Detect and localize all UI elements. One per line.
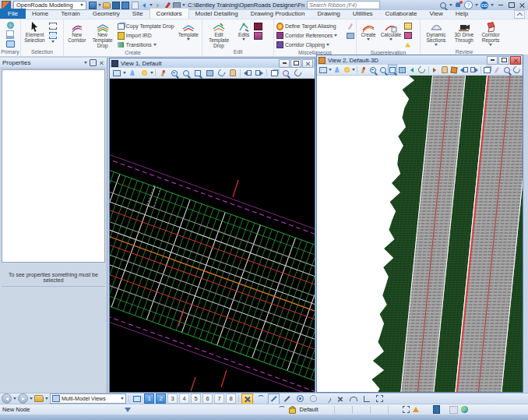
properties-panel-header[interactable]: Properties: [0, 58, 107, 69]
clip-mask-icon[interactable]: [502, 65, 512, 75]
chevron-down-icon[interactable]: [123, 72, 126, 74]
tab-view[interactable]: View: [424, 9, 449, 19]
view-attributes-icon[interactable]: [127, 68, 138, 78]
view1-restore-button[interactable]: [290, 59, 301, 68]
import-ird-button[interactable]: Import IRD: [116, 31, 176, 40]
chevron-down-icon[interactable]: [491, 4, 494, 6]
avatar[interactable]: CO: [480, 2, 488, 9]
chevron-down-icon[interactable]: [449, 4, 452, 6]
view-toggle-7[interactable]: 7: [214, 394, 224, 404]
active-level[interactable]: Default: [299, 406, 318, 413]
selection-mode-icon[interactable]: [48, 31, 57, 40]
view-attributes-icon[interactable]: [333, 65, 342, 75]
zoom-out-icon[interactable]: [181, 68, 192, 78]
view-toggle-6[interactable]: 6: [202, 394, 213, 404]
input-focus-icon[interactable]: [125, 408, 131, 412]
view2-restore-button[interactable]: [498, 56, 509, 65]
chevron-down-icon[interactable]: [98, 4, 101, 6]
save-settings-icon[interactable]: [121, 2, 129, 9]
explorer-icon[interactable]: [6, 21, 15, 30]
snap-multi-point-icon[interactable]: [374, 394, 385, 404]
chevron-down-icon[interactable]: [182, 4, 185, 6]
view-group-select[interactable]: Multi-Model Views: [50, 394, 126, 404]
display-style-icon[interactable]: [111, 68, 122, 78]
chevron-down-icon[interactable]: [150, 72, 153, 74]
view-toggle-2[interactable]: 2: [156, 394, 166, 404]
view-group-folder-icon[interactable]: [34, 395, 44, 402]
view-toggle-3[interactable]: 3: [167, 394, 178, 404]
new-corridor-button[interactable]: New Corridor: [65, 20, 89, 44]
view-previous-button[interactable]: [2, 394, 12, 404]
misc-tool-icon[interactable]: [346, 22, 354, 30]
misc-tool2-icon[interactable]: [346, 31, 354, 40]
close-button[interactable]: [518, 2, 526, 9]
view1-titlebar[interactable]: View 1, Default: [110, 58, 315, 68]
tab-utilities[interactable]: Utilities: [347, 9, 379, 19]
selection-set-icon[interactable]: [403, 406, 410, 413]
chevron-down-icon[interactable]: [150, 4, 153, 6]
view-toggle-dialog-icon[interactable]: [132, 394, 143, 404]
chevron-down-icon[interactable]: [329, 69, 332, 71]
view2-minimize-button[interactable]: [487, 56, 498, 65]
corridor-references-button[interactable]: Corridor References: [275, 31, 345, 40]
snap-intersection-icon[interactable]: [334, 394, 346, 404]
minimize-button[interactable]: [496, 2, 505, 9]
snap-midpoint-icon[interactable]: [281, 394, 293, 404]
edit-template-drop-button[interactable]: Edit Template Drop: [203, 20, 234, 48]
view-brightness-icon[interactable]: [139, 68, 150, 78]
corridor-clipping-button[interactable]: Corridor Clipping: [275, 41, 345, 49]
tab-collaborate[interactable]: Collaborate: [379, 9, 424, 19]
view-next-button[interactable]: [18, 394, 28, 404]
zoom-out-icon[interactable]: [378, 65, 388, 75]
clip-mask-icon[interactable]: [292, 68, 303, 78]
lock-icon[interactable]: [289, 408, 296, 414]
corridor-reports-button[interactable]: Corridor Reports: [477, 20, 504, 46]
close-icon[interactable]: [100, 61, 104, 65]
view-rotate-icon[interactable]: [216, 68, 227, 78]
view1-canvas[interactable]: [110, 79, 315, 392]
view-previous-icon[interactable]: [459, 65, 469, 75]
snap-keypoint-icon[interactable]: [268, 394, 280, 404]
undo-icon[interactable]: [140, 2, 148, 9]
view-toggle-5[interactable]: 5: [191, 394, 201, 404]
accusnap-toggle-button[interactable]: [241, 394, 253, 404]
superelevation-report-icon[interactable]: [403, 31, 412, 40]
navigate-view-icon[interactable]: [449, 65, 459, 75]
view2-canvas[interactable]: [317, 76, 523, 392]
edits-button[interactable]: Edits: [234, 20, 253, 41]
snap-nearest-icon[interactable]: [255, 394, 266, 404]
pin-icon[interactable]: [90, 59, 97, 66]
clip-volume-icon[interactable]: [492, 65, 502, 75]
models-icon[interactable]: [6, 40, 15, 48]
view-next-icon[interactable]: [254, 68, 265, 78]
snap-origin-icon[interactable]: [308, 394, 319, 404]
view-toggle-8[interactable]: 8: [226, 394, 236, 404]
walk-icon[interactable]: [408, 65, 417, 75]
notification-bell-icon[interactable]: [455, 2, 462, 9]
tab-corridors[interactable]: Corridors: [150, 8, 189, 19]
tab-file[interactable]: File: [0, 9, 26, 19]
clear-view-icon[interactable]: [157, 68, 168, 78]
save-icon[interactable]: [112, 2, 120, 9]
drive-through-button[interactable]: 3D Drive Through: [451, 20, 477, 44]
tab-terrain[interactable]: Terrain: [55, 9, 86, 19]
view-setup-icon[interactable]: [512, 65, 521, 75]
properties-tree-area[interactable]: [2, 69, 105, 263]
tab-geometry[interactable]: Geometry: [86, 9, 126, 19]
geo-coordination-icon[interactable]: [461, 406, 468, 413]
tab-site[interactable]: Site: [126, 9, 150, 19]
view-brightness-icon[interactable]: [343, 65, 352, 75]
view-previous-icon[interactable]: [242, 68, 253, 78]
view2-close-button[interactable]: [510, 56, 521, 65]
copy-view-icon[interactable]: [269, 68, 280, 78]
tab-drawing-production[interactable]: Drawing Production: [245, 9, 312, 19]
zoom-in-icon[interactable]: [169, 68, 180, 78]
view1-minimize-button[interactable]: [279, 59, 290, 68]
clear-view-icon[interactable]: [359, 65, 368, 75]
view-toggle-4[interactable]: 4: [179, 394, 189, 404]
snap-perpendicular-icon[interactable]: [361, 394, 372, 404]
zoom-in-icon[interactable]: [368, 65, 378, 75]
pan-view-icon[interactable]: [227, 68, 238, 78]
snap-bisector-icon[interactable]: [321, 394, 333, 404]
attach-tools-icon[interactable]: [6, 30, 15, 39]
